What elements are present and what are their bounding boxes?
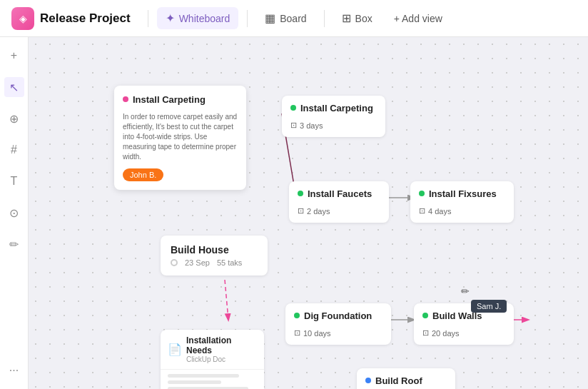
tab-board-label: Board: [280, 13, 306, 24]
doc-icon: 📄: [168, 343, 182, 356]
days-label: 2 days: [307, 207, 330, 216]
tab-box[interactable]: ⊞ Box: [333, 7, 381, 29]
group-title: Build House: [171, 244, 258, 256]
board-icon: ▦: [265, 11, 275, 25]
sidebar-text-icon[interactable]: T: [4, 171, 24, 191]
project-title: Release Project: [40, 11, 131, 26]
days-label: 4 days: [428, 207, 451, 216]
status-dot: [294, 313, 300, 318]
tab-box-label: Box: [355, 13, 372, 24]
sidebar-hash-icon[interactable]: #: [4, 140, 24, 160]
card-title: Dig Foundation: [304, 310, 372, 321]
date-label: 23 Sep: [185, 258, 210, 267]
dig-foundation-card[interactable]: Dig Foundation ⊡ 10 days: [285, 303, 391, 345]
whiteboard-icon: ✦: [166, 11, 175, 25]
svg-line-2: [225, 280, 228, 320]
task-icon: ⊡: [298, 206, 304, 216]
card-title: Install Carpeting: [133, 94, 206, 105]
sidebar-pointer-icon[interactable]: ↖: [4, 77, 24, 97]
box-icon: ⊞: [342, 11, 351, 25]
divider-1: [148, 10, 148, 27]
card-meta: ⊡ 3 days: [290, 121, 377, 130]
sidebar: + ↖ ⊕ # T ⊙ ✏ ···: [0, 37, 29, 389]
assignee-tag: John B.: [123, 168, 163, 181]
build-roof-card[interactable]: Build Roof ⊡ 10 days: [357, 368, 455, 389]
sidebar-more-icon[interactable]: ···: [4, 360, 24, 380]
card-meta: ⊡ 20 days: [422, 328, 505, 338]
card-header: Install Carpeting: [123, 94, 238, 108]
canvas[interactable]: Install Carpeting In order to remove car…: [29, 37, 588, 389]
status-dot: [422, 313, 428, 318]
add-view-button[interactable]: + Add view: [387, 9, 450, 29]
divider-2: [247, 10, 248, 27]
task-icon: ⊡: [419, 206, 425, 216]
status-dot: [298, 191, 303, 196]
doc-line-2: [168, 380, 221, 384]
header: ◈ Release Project ✦ Whiteboard ▦ Board ⊞…: [0, 0, 588, 37]
task-icon: ⊡: [422, 328, 429, 338]
card-title: Build Roof: [375, 375, 422, 386]
sidebar-pen-icon[interactable]: ✏: [4, 234, 24, 254]
sam-avatar-badge: Sam J.: [471, 300, 507, 313]
pencil-icon: ✏: [461, 286, 470, 297]
status-dot: [290, 105, 296, 111]
divider-3: [324, 10, 325, 27]
card-title: Install Carpeting: [300, 103, 373, 113]
sam-avatar-label: Sam J.: [477, 302, 501, 310]
card-meta: ⊡ 2 days: [298, 206, 380, 216]
days-label: 20 days: [432, 329, 460, 338]
doc-subtitle: ClickUp Doc: [186, 355, 257, 363]
days-label: 3 days: [300, 121, 323, 130]
days-label: 10 days: [303, 329, 331, 338]
card-meta: ⊡ 10 days: [294, 328, 382, 338]
tab-whiteboard-label: Whiteboard: [179, 13, 230, 24]
tab-whiteboard[interactable]: ✦ Whiteboard: [157, 7, 239, 29]
tab-board[interactable]: ▦ Board: [256, 7, 315, 29]
doc-line-1: [168, 374, 239, 378]
app-icon: ◈: [11, 7, 34, 30]
install-carpeting-expanded-card[interactable]: Install Carpeting In order to remove car…: [114, 86, 246, 190]
build-house-card[interactable]: Build House 23 Sep 55 taks: [161, 236, 268, 276]
status-dot: [171, 259, 178, 266]
task-icon: ⊡: [290, 121, 297, 130]
doc-lines: [161, 370, 264, 389]
card-title: Install Faucets: [308, 188, 372, 199]
status-dot: [419, 191, 425, 196]
installation-needs-card[interactable]: 📄 Installation Needs ClickUp Doc Install…: [161, 330, 264, 389]
install-fixsures-card[interactable]: Install Fixsures ⊡ 4 days: [410, 181, 514, 223]
doc-header: 📄 Installation Needs ClickUp Doc: [161, 330, 264, 370]
install-faucets-card[interactable]: Install Faucets ⊡ 2 days: [289, 181, 389, 223]
tasks-label: 55 taks: [217, 258, 242, 267]
group-meta: 23 Sep 55 taks: [171, 258, 258, 267]
sidebar-plus-icon[interactable]: +: [4, 46, 24, 66]
card-title: Install Fixsures: [429, 188, 497, 199]
card-meta: ⊡ 4 days: [419, 206, 505, 216]
card-description: In order to remove carpet easily and eff…: [123, 112, 238, 162]
task-icon: ⊡: [294, 328, 300, 338]
doc-title: Installation Needs: [186, 335, 257, 355]
status-dot: [123, 96, 128, 102]
add-view-label: + Add view: [394, 13, 442, 24]
sidebar-clip-icon[interactable]: ⊙: [4, 203, 24, 223]
install-carpeting-small-card[interactable]: Install Carpeting ⊡ 3 days: [282, 96, 385, 137]
status-dot: [365, 378, 371, 383]
sidebar-globe-icon[interactable]: ⊕: [4, 108, 24, 128]
